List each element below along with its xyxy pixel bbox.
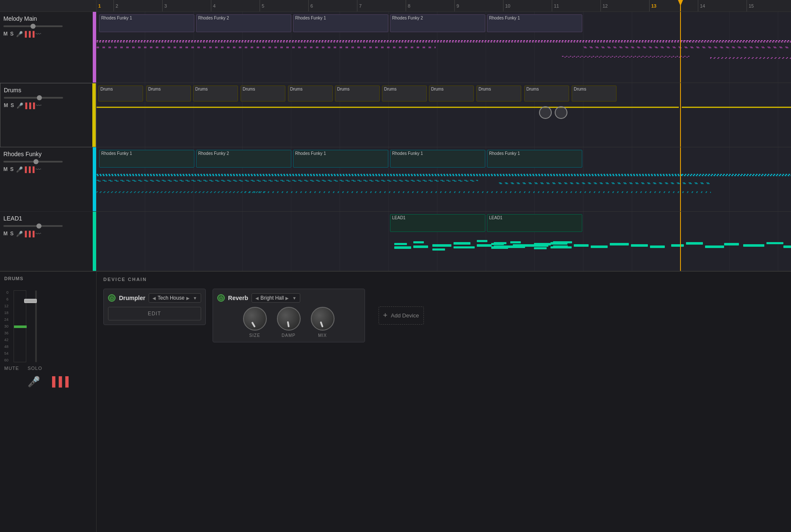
track-color-rhodes: [93, 147, 96, 211]
bars-icon-melody[interactable]: ▐▐▐: [25, 30, 32, 37]
master-fader[interactable]: [30, 290, 42, 362]
dropdown-drumpler[interactable]: ▼: [193, 296, 197, 300]
bars-icon-lead[interactable]: ▐▐▐: [25, 230, 32, 237]
svg-rect-21: [477, 240, 487, 242]
clip-melody-2[interactable]: Rhodes Funky 2: [196, 14, 291, 32]
mic-icon-melody[interactable]: 🎤: [16, 30, 23, 37]
prev-preset-drumpler[interactable]: ◀: [152, 296, 156, 300]
power-btn-reverb[interactable]: ⏻: [217, 294, 225, 302]
solo-btn-lead[interactable]: S: [10, 231, 14, 237]
clip-drums-3[interactable]: Drums: [193, 85, 238, 102]
solo-btn-rhodes[interactable]: S: [10, 166, 14, 172]
mute-btn-rhodes[interactable]: M: [3, 166, 8, 172]
track-slider-melody[interactable]: [3, 25, 63, 27]
clip-drums-2[interactable]: Drums: [146, 85, 191, 102]
clip-label-drums-7: Drums: [382, 86, 426, 92]
clip-drums-11[interactable]: Drums: [572, 85, 617, 102]
device-chain-area: DEVICE CHAIN ⏻ Drumpler ◀ Tech House ▶ ▼: [97, 272, 791, 532]
preset-selector-reverb[interactable]: ◀ Bright Hall ▶ ▼: [252, 293, 300, 303]
wave-icon-melody[interactable]: 〰: [35, 30, 41, 37]
mic-icon-rhodes[interactable]: 🎤: [16, 166, 23, 173]
track-row-rhodes[interactable]: Rhodes Funky 1 Rhodes Funky 2 Rhodes Fun…: [97, 147, 791, 212]
clip-drums-4[interactable]: Drums: [241, 85, 285, 102]
add-device-btn[interactable]: + Add Device: [379, 306, 424, 325]
solo-btn-melody[interactable]: S: [10, 31, 14, 37]
svg-rect-12: [394, 246, 411, 249]
track-row-melody[interactable]: Rhodes Funky 1 Rhodes Funky 2 Rhodes Fun…: [97, 12, 791, 83]
clip-drums-6[interactable]: Drums: [335, 85, 380, 102]
bars-icon-rhodes[interactable]: ▐▐▐: [25, 166, 32, 173]
big-mic-icon[interactable]: 🎤: [28, 376, 40, 388]
damp-knob-label: DAMP: [282, 333, 296, 338]
level-48: 48: [4, 345, 8, 349]
prev-preset-reverb[interactable]: ◀: [255, 296, 259, 300]
power-btn-drumpler[interactable]: ⏻: [108, 294, 116, 302]
svg-rect-48: [783, 245, 791, 248]
clip-label-rhodes-1: Rhodes Funky 1: [100, 150, 194, 157]
track-slider-rhodes[interactable]: [3, 161, 63, 163]
edit-btn-drumpler[interactable]: EDIT: [108, 307, 201, 320]
track-controls-rhodes: M S 🎤 ▐▐▐ 〰: [3, 166, 93, 173]
device-name-drumpler: Drumpler: [119, 295, 145, 301]
devices-row: ⏻ Drumpler ◀ Tech House ▶ ▼ EDIT ⏻: [103, 289, 784, 342]
preset-selector-drumpler[interactable]: ◀ Tech House ▶ ▼: [149, 293, 201, 303]
ruler-numbers: 1 2 3 4 5 6 7 8 9 10 11 12 13 14 15 16 1: [97, 0, 791, 11]
track-slider-thumb-lead[interactable]: [36, 223, 41, 229]
clip-melody-5[interactable]: Rhodes Funky 1: [487, 14, 582, 32]
size-knob[interactable]: [243, 307, 267, 331]
clip-melody-4[interactable]: Rhodes Funky 2: [390, 14, 485, 32]
clip-rhodes-1[interactable]: Rhodes Funky 1: [99, 150, 194, 168]
clip-lead-2[interactable]: LEAD1: [487, 214, 582, 232]
track-slider-thumb-melody[interactable]: [30, 24, 36, 29]
level-42: 42: [4, 338, 8, 342]
mic-icon-drums[interactable]: 🎤: [17, 102, 23, 109]
clip-drums-9[interactable]: Drums: [476, 85, 521, 102]
clip-drums-10[interactable]: Drums: [524, 85, 569, 102]
mute-btn-melody[interactable]: M: [3, 31, 8, 37]
mute-btn-lead[interactable]: M: [3, 231, 8, 237]
track-slider-thumb-rhodes[interactable]: [33, 159, 39, 164]
playhead-rhodes: [680, 147, 681, 211]
big-bars-icon[interactable]: ▐▐▐: [49, 376, 69, 387]
clip-drums-8[interactable]: Drums: [429, 85, 474, 102]
playhead-lead: [680, 212, 681, 271]
next-preset-reverb[interactable]: ▶: [285, 296, 289, 300]
clip-melody-3[interactable]: Rhodes Funky 1: [293, 14, 388, 32]
track-slider-drums[interactable]: [4, 97, 63, 99]
next-preset-drumpler[interactable]: ▶: [186, 296, 190, 300]
wave-icon-lead[interactable]: 〰: [35, 230, 41, 237]
mute-btn-drums[interactable]: M: [4, 102, 8, 108]
svg-rect-45: [724, 243, 739, 245]
ruler-tick-10: 10: [503, 0, 552, 11]
clip-drums-1[interactable]: Drums: [98, 85, 143, 102]
solo-btn-drums[interactable]: S: [11, 102, 14, 108]
clip-rhodes-5[interactable]: Rhodes Funky 1: [487, 150, 582, 168]
device-reverb: ⏻ Reverb ◀ Bright Hall ▶ ▼: [213, 289, 365, 342]
track-slider-thumb-drums[interactable]: [37, 95, 42, 100]
clip-rhodes-4[interactable]: Rhodes Funky 1: [390, 150, 485, 168]
fader-thumb[interactable]: [14, 325, 27, 328]
tracks-right: 1 2 3 4 5 6 7 8 9 10 11 12 13 14 15 16 1: [97, 0, 791, 271]
level-0: 0: [4, 290, 8, 295]
bars-icon-drums[interactable]: ▐▐▐: [26, 102, 33, 109]
track-row-drums[interactable]: Drums Drums Drums Drums Drums Drums Drum…: [97, 83, 791, 147]
ruler-tick-11: 11: [552, 0, 600, 11]
fader-thumb-main[interactable]: [24, 299, 37, 303]
device-name-reverb: Reverb: [228, 295, 248, 301]
clip-rhodes-3[interactable]: Rhodes Funky 1: [293, 150, 388, 168]
dropdown-reverb[interactable]: ▼: [292, 296, 296, 300]
clip-label-rhodes-3: Rhodes Funky 1: [293, 150, 388, 157]
wave-icon-drums[interactable]: 〰: [35, 102, 42, 109]
mix-knob[interactable]: [311, 307, 335, 331]
wave-icon-rhodes[interactable]: 〰: [35, 166, 41, 173]
clip-melody-1[interactable]: Rhodes Funky 1: [99, 14, 194, 32]
damp-knob[interactable]: [277, 307, 301, 331]
clip-lead-1[interactable]: LEAD1: [390, 214, 485, 232]
track-slider-lead[interactable]: [3, 225, 63, 227]
clip-drums-7[interactable]: Drums: [382, 85, 427, 102]
track-row-lead[interactable]: LEAD1 LEAD1: [97, 212, 791, 271]
clip-drums-5[interactable]: Drums: [288, 85, 333, 102]
clip-rhodes-2[interactable]: Rhodes Funky 2: [196, 150, 291, 168]
svg-rect-40: [631, 244, 648, 247]
mic-icon-lead[interactable]: 🎤: [16, 230, 23, 237]
